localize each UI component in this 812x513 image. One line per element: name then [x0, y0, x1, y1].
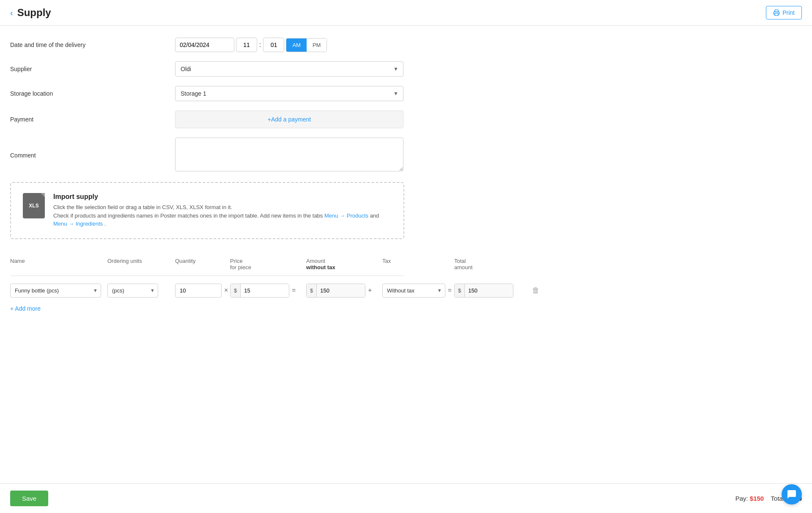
main-content: Date and time of the delivery : AM PM Su… [0, 26, 414, 359]
delete-row-button[interactable]: 🗑 [530, 284, 541, 297]
header: ‹ Supply Print [0, 0, 812, 26]
import-link-sep: and [370, 212, 379, 219]
quantity-input[interactable] [175, 284, 222, 298]
unit-cell: (pcs) ▼ [107, 284, 175, 298]
add-payment-button[interactable]: +Add a payment [175, 110, 403, 128]
unit-select[interactable]: (pcs) [107, 284, 158, 298]
page-title: Supply [17, 7, 51, 19]
amount-currency: $ [307, 284, 317, 297]
xls-icon: XLS [23, 193, 45, 218]
header-left: ‹ Supply [10, 7, 51, 19]
minute-input[interactable] [263, 38, 284, 52]
time-separator: : [259, 41, 261, 49]
hour-input[interactable] [236, 38, 257, 52]
print-label: Print [782, 9, 795, 16]
price-group: $ [230, 284, 289, 298]
th-name: Name [10, 258, 107, 270]
import-supply-box[interactable]: XLS Import supply Click the file selecti… [10, 182, 404, 239]
import-text: Import supply Click the file selection f… [53, 193, 392, 228]
price-cell: $ = [230, 284, 306, 298]
supplier-select-wrap: Oldi Other Supplier ▼ [175, 61, 403, 77]
import-title: Import supply [53, 193, 392, 201]
th-quantity: Quantity [175, 258, 230, 270]
th-ordering-units: Ordering units [107, 258, 175, 270]
th-tax: Tax [382, 258, 454, 270]
import-desc-end: . [104, 221, 106, 227]
amount-group: $ [306, 284, 365, 298]
storage-select[interactable]: Storage 1 Storage 2 [175, 86, 403, 101]
print-button[interactable]: Print [766, 6, 802, 19]
supplier-control: Oldi Other Supplier ▼ [175, 61, 403, 77]
product-select[interactable]: Funny bottle (pcs) [10, 284, 101, 298]
supplier-row: Supplier Oldi Other Supplier ▼ [10, 61, 404, 77]
th-price: Price for piece [230, 258, 306, 270]
table-row: Funny bottle (pcs) ▼ (pcs) ▼ × [10, 280, 404, 301]
datetime-group: : AM PM [175, 38, 403, 52]
date-input[interactable] [175, 38, 234, 52]
am-button[interactable]: AM [286, 39, 307, 52]
table-header: Name Ordering units Quantity Price for p… [10, 254, 404, 276]
date-time-controls: : AM PM [175, 38, 403, 52]
th-actions [530, 258, 547, 270]
amount-cell: $ + [306, 284, 382, 298]
total-equals-symbol: = [445, 287, 454, 294]
payment-row: Payment +Add a payment [10, 110, 404, 128]
payment-label: Payment [10, 116, 175, 123]
th-amount: Amount without tax [306, 258, 382, 270]
plus-symbol: + [365, 287, 374, 294]
total-cell: $ [454, 284, 530, 298]
amount-input[interactable] [317, 284, 365, 297]
price-currency: $ [230, 284, 241, 297]
total-currency: $ [455, 284, 465, 297]
import-desc1: Click the file selection field or drag a… [53, 204, 232, 210]
add-more-button[interactable]: + Add more [10, 301, 41, 316]
date-time-row: Date and time of the delivery : AM PM [10, 38, 404, 52]
storage-select-wrap: Storage 1 Storage 2 ▼ [175, 86, 403, 101]
import-description: Click the file selection field or drag a… [53, 203, 392, 228]
equals-symbol: = [289, 287, 298, 294]
comment-row: Comment [10, 138, 404, 173]
total-group: $ [454, 284, 513, 298]
tax-cell: Without tax 10% 20% ▼ = [382, 284, 454, 298]
price-input[interactable] [241, 284, 289, 297]
comment-label: Comment [10, 152, 175, 159]
storage-control: Storage 1 Storage 2 ▼ [175, 86, 403, 101]
supplier-label: Supplier [10, 66, 175, 72]
th-total: Total amount [454, 258, 530, 270]
unit-select-wrap: (pcs) ▼ [107, 284, 158, 298]
tax-select[interactable]: Without tax 10% 20% [382, 284, 445, 298]
menu-products-link[interactable]: Menu → Products [324, 212, 368, 219]
comment-control [175, 138, 403, 173]
menu-ingredients-link[interactable]: Menu → Ingredients [53, 221, 103, 227]
back-button[interactable]: ‹ [10, 8, 13, 18]
printer-icon [773, 9, 780, 16]
import-desc2: Check if products and ingredients names … [53, 212, 323, 219]
supplier-select[interactable]: Oldi Other Supplier [175, 61, 403, 77]
tax-select-wrap: Without tax 10% 20% ▼ [382, 284, 445, 298]
delete-cell: 🗑 [530, 284, 547, 297]
svg-rect-0 [775, 13, 778, 15]
ampm-group: AM PM [286, 38, 327, 52]
product-cell: Funny bottle (pcs) ▼ [10, 284, 107, 298]
date-time-label: Date and time of the delivery [10, 41, 175, 48]
quantity-cell: × [175, 284, 230, 298]
total-input[interactable] [465, 284, 513, 297]
supply-table: Name Ordering units Quantity Price for p… [10, 254, 404, 316]
storage-label: Storage location [10, 90, 175, 97]
comment-textarea[interactable] [175, 138, 403, 171]
payment-control: +Add a payment [175, 110, 403, 128]
product-select-wrap: Funny bottle (pcs) ▼ [10, 284, 101, 298]
storage-row: Storage location Storage 1 Storage 2 ▼ [10, 86, 404, 101]
pm-button[interactable]: PM [307, 39, 327, 52]
multiply-symbol: × [222, 287, 230, 294]
